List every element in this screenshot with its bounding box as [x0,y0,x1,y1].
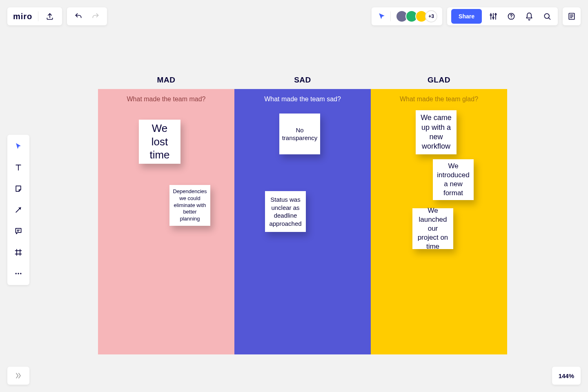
divider [390,11,391,21]
arrow-tool[interactable] [11,203,26,217]
prompt-mad: What made the team mad? [98,96,234,103]
comment-tool[interactable] [11,224,26,238]
open-panel-button[interactable] [7,367,29,385]
actions-panel: Share [447,7,558,25]
retro-board[interactable]: What made the team mad? We lost time Dep… [98,89,507,354]
undo-redo-panel [67,7,107,25]
logo-panel: miro [7,7,62,25]
heading-sad: SAD [234,76,371,87]
heading-glad: GLAD [371,76,507,87]
frame-tool[interactable] [11,245,26,260]
sticky-note[interactable]: Dependencies we could eliminate with bet… [169,185,210,226]
sticky-note[interactable]: No transparency [279,114,320,154]
column-headings: MAD SAD GLAD [98,76,507,87]
notifications-icon[interactable] [523,10,536,23]
divider [38,11,38,21]
avatar-overflow[interactable]: +3 [425,10,437,22]
sticky-note-tool[interactable] [11,181,26,196]
zoom-indicator[interactable]: 144% [552,367,581,385]
heading-mad: MAD [98,76,234,87]
notes-button[interactable] [563,7,581,25]
share-button[interactable]: Share [451,9,482,24]
more-tools[interactable] [11,266,26,281]
select-tool[interactable] [11,139,26,154]
sticky-note[interactable]: We introduced a new format [433,159,474,200]
svg-point-1 [490,14,492,16]
svg-point-23 [16,273,17,274]
prompt-glad: What made the team glad? [371,96,507,103]
sticky-note[interactable]: We lost time [139,120,180,164]
search-icon[interactable] [541,10,554,23]
svg-point-24 [18,273,19,274]
settings-icon[interactable] [487,10,500,23]
cursor-tracking-icon[interactable] [376,11,387,22]
column-sad[interactable]: What made the team sad? No transparency … [234,89,371,354]
presence-panel: +3 [372,7,442,25]
tool-toolbar [7,135,29,285]
svg-point-25 [20,273,21,274]
svg-point-3 [492,17,494,18]
undo-icon[interactable] [72,10,85,23]
help-icon[interactable] [505,10,518,23]
svg-line-9 [549,18,550,20]
sticky-note[interactable]: We came up with a new workflow [416,110,457,154]
svg-point-7 [511,18,512,18]
redo-icon[interactable] [89,10,102,23]
sticky-note[interactable]: We launched our project on time [412,208,453,249]
avatar-stack[interactable]: +3 [394,10,437,22]
sticky-note[interactable]: Status was unclear as deadline approache… [265,191,306,232]
app-logo[interactable]: miro [13,12,32,21]
column-glad[interactable]: What made the team glad? We came up with… [371,89,507,354]
export-icon[interactable] [43,10,56,23]
text-tool[interactable] [11,160,26,175]
column-mad[interactable]: What made the team mad? We lost time Dep… [98,89,234,354]
prompt-sad: What made the team sad? [234,96,371,103]
svg-point-5 [495,13,496,15]
